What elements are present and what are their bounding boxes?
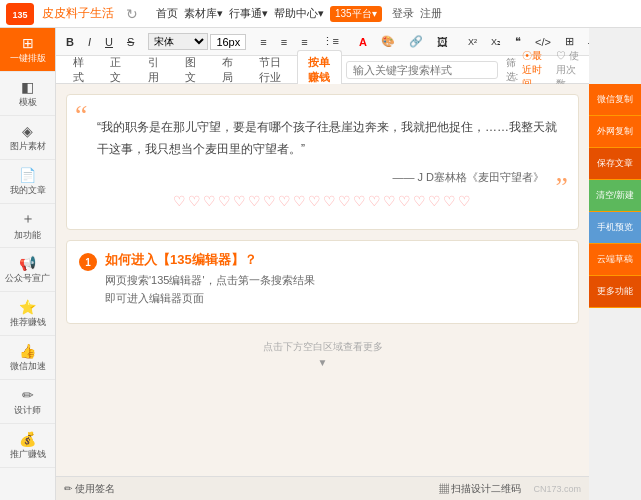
use-signature-btn[interactable]: ✏ 使用签名 [64, 482, 115, 496]
align-left-button[interactable]: ≡ [254, 33, 272, 51]
color-bg-button[interactable]: 🎨 [375, 32, 401, 51]
top-nav: 首页 素材库▾ 行事通▾ 帮助中心▾ 135平台▾ 登录 注册 [156, 6, 442, 22]
tab-bar: 样式 正文 引用 图文 布局 节日行业 按单赚钱 筛选: ☉最近时间 ♡ 使用次… [56, 56, 589, 84]
sidebar-item-yijian[interactable]: ⊞ 一键排版 [0, 28, 55, 72]
more-arrow[interactable]: ▼ [72, 357, 573, 368]
clear-new-button[interactable]: 清空/新建 [589, 180, 641, 212]
sidebar-label-recommend: 推荐赚钱 [10, 317, 46, 328]
sidebar-label-template: 模板 [19, 97, 37, 108]
bold-button[interactable]: B [60, 33, 80, 51]
app-title: 皮皮料子生活 [42, 5, 114, 22]
article-icon: 📄 [19, 167, 36, 183]
sidebar-item-image[interactable]: ◈ 图片素材 [0, 116, 55, 160]
yijian-icon: ⊞ [22, 35, 34, 51]
color-text-button[interactable]: A [353, 33, 373, 51]
step-title-suffix: 】？ [231, 252, 257, 267]
sidebar-item-wechat[interactable]: 👍 微信加速 [0, 336, 55, 380]
design-icon: ✏ [22, 387, 34, 403]
filter-label: 筛选: [506, 56, 519, 84]
sidebar-item-add[interactable]: ＋ 加功能 [0, 204, 55, 248]
cn173-watermark: CN173.com [533, 484, 581, 494]
quote-open-mark: “ [75, 101, 87, 129]
register-btn[interactable]: 注册 [420, 6, 442, 21]
more-row: 点击下方空白区域查看更多 ▼ [66, 334, 579, 374]
nav-material[interactable]: 素材库▾ [184, 6, 223, 21]
sidebar-item-article[interactable]: 📄 我的文章 [0, 160, 55, 204]
align-center-button[interactable]: ≡ [275, 33, 293, 51]
sidebar-label-image: 图片素材 [10, 141, 46, 152]
strikethrough-button[interactable]: S [121, 33, 140, 51]
sidebar-item-promo[interactable]: 📢 公众号宣广 [0, 248, 55, 292]
sidebar-item-template[interactable]: ◧ 模板 [0, 72, 55, 116]
bottom-left: ✏ 使用签名 [64, 482, 115, 496]
quote-section: “ “我的职务是在那儿守望，要是有哪个孩子往悬崖边奔来，我就把他捉住，……我整天… [66, 94, 579, 230]
italic-button[interactable]: I [82, 33, 97, 51]
promo-icon: 📢 [19, 255, 36, 271]
step-number: 1 [79, 253, 97, 271]
recommend-icon: ⭐ [19, 299, 36, 315]
bottom-bar: ✏ 使用签名 ▦ 扫描设计二维码 CN173.com [56, 476, 589, 500]
sidebar-item-design[interactable]: ✏ 设计师 [0, 380, 55, 424]
main-content: “ “我的职务是在那儿守望，要是有哪个孩子往悬崖边奔来，我就把他捉住，……我整天… [56, 84, 589, 476]
wechat-copy-button[interactable]: 微信复制 [589, 84, 641, 116]
refresh-icon[interactable]: ↻ [126, 6, 138, 22]
link-button[interactable]: 🔗 [403, 32, 429, 51]
sidebar-item-recommend[interactable]: ⭐ 推荐赚钱 [0, 292, 55, 336]
more-functions-button[interactable]: 更多功能 [589, 276, 641, 308]
mobile-preview-button[interactable]: 手机预览 [589, 212, 641, 244]
step-content: 如何进入【135编辑器】？ 网页搜索'135编辑器'，点击第一条搜索结果 即可进… [105, 251, 315, 307]
align-justify-button[interactable]: ⋮≡ [316, 32, 345, 51]
app-logo: 135 [6, 3, 34, 25]
sidebar-label-promo: 公众号宣广 [5, 273, 50, 284]
nav-help[interactable]: 帮助中心▾ [274, 6, 324, 21]
wechat-icon: 👍 [19, 343, 36, 359]
external-copy-button[interactable]: 外网复制 [589, 116, 641, 148]
earn-icon: 💰 [19, 431, 36, 447]
quote-author: —— J D塞林格《麦田守望者》 [81, 170, 564, 185]
hearts-divider: ♡♡♡♡♡♡♡♡♡♡♡♡♡♡♡♡♡♡♡♡ [81, 189, 564, 213]
nav-schedule[interactable]: 行事通▾ [229, 6, 268, 21]
more-hint: 点击下方空白区域查看更多 [72, 340, 573, 354]
step-title-prefix: 如何进入【 [105, 252, 170, 267]
font-family-select[interactable]: 宋体黑体微软雅黑 [148, 33, 208, 50]
underline-button[interactable]: U [99, 33, 119, 51]
bottom-right: ▦ 扫描设计二维码 CN173.com [439, 482, 581, 496]
superscript-button[interactable]: X² [462, 34, 483, 50]
add-icon: ＋ [21, 210, 35, 228]
svg-text:135: 135 [12, 10, 27, 20]
image-icon: ◈ [22, 123, 33, 139]
step-desc2: 即可进入编辑器页面 [105, 290, 315, 308]
top-bar: 135 皮皮料子生活 ↻ 首页 素材库▾ 行事通▾ 帮助中心▾ 135平台▾ 登… [0, 0, 641, 28]
sidebar-label-article: 我的文章 [10, 185, 46, 196]
sidebar-item-earn[interactable]: 💰 推广赚钱 [0, 424, 55, 468]
image-button[interactable]: 🖼 [431, 33, 454, 51]
right-sidebar: 微信复制 外网复制 保存文章 清空/新建 手机预览 云端草稿 更多功能 [589, 84, 641, 384]
step-title-highlight: 135编辑器 [170, 252, 231, 267]
platform-badge[interactable]: 135平台▾ [330, 6, 382, 22]
left-sidebar: ⊞ 一键排版 ◧ 模板 ◈ 图片素材 📄 我的文章 ＋ 加功能 📢 公众号宣广 … [0, 28, 56, 500]
content-wrapper: “ “我的职务是在那儿守望，要是有哪个孩子往悬崖边奔来，我就把他捉住，……我整天… [56, 84, 589, 384]
sidebar-label-wechat: 微信加速 [10, 361, 46, 372]
qr-code-btn[interactable]: ▦ 扫描设计二维码 [439, 482, 522, 496]
sidebar-label-add: 加功能 [14, 230, 41, 241]
sidebar-label-earn: 推广赚钱 [10, 449, 46, 460]
nav-home[interactable]: 首页 [156, 6, 178, 21]
template-icon: ◧ [21, 79, 34, 95]
align-right-button[interactable]: ≡ [295, 33, 313, 51]
sidebar-label-design: 设计师 [14, 405, 41, 416]
step-desc1: 网页搜索'135编辑器'，点击第一条搜索结果 [105, 272, 315, 290]
font-size-input[interactable] [210, 34, 246, 50]
subscript-button[interactable]: X₂ [485, 34, 507, 50]
save-article-button[interactable]: 保存文章 [589, 148, 641, 180]
cloud-draft-button[interactable]: 云端草稿 [589, 244, 641, 276]
login-btn[interactable]: 登录 [392, 6, 414, 21]
step-title: 如何进入【135编辑器】？ [105, 251, 315, 269]
step-row: 1 如何进入【135编辑器】？ 网页搜索'135编辑器'，点击第一条搜索结果 即… [79, 251, 566, 307]
howto-section: 1 如何进入【135编辑器】？ 网页搜索'135编辑器'，点击第一条搜索结果 即… [66, 240, 579, 324]
sidebar-label-yijian: 一键排版 [10, 53, 46, 64]
quote-close-mark: ” [556, 173, 568, 201]
search-input[interactable] [346, 61, 498, 79]
quote-text: “我的职务是在那儿守望，要是有哪个孩子往悬崖边奔来，我就把他捉住，……我整天就干… [81, 107, 564, 164]
